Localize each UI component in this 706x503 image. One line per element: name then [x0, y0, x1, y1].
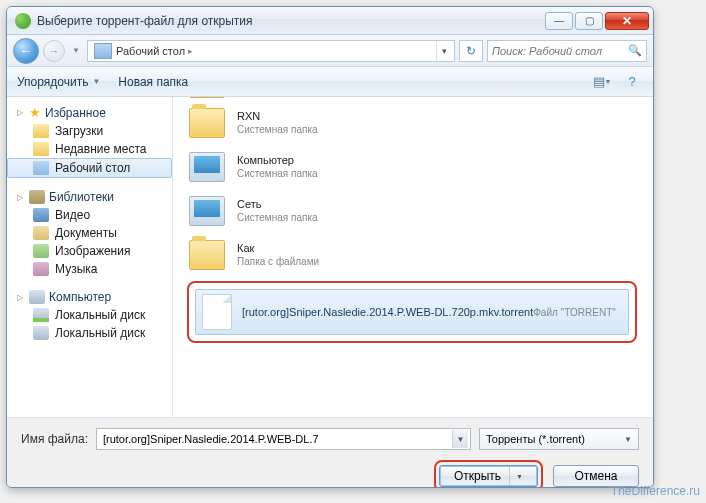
list-item-selected[interactable]: [rutor.org]Sniper.Nasledie.2014.P.WEB-DL… — [195, 289, 629, 335]
sidebar: ▷★Избранное Загрузки Недавние места Рабо… — [7, 97, 173, 417]
chevron-down-icon[interactable]: ▼ — [620, 430, 636, 448]
chevron-down-icon[interactable]: ▼ — [452, 430, 468, 448]
filename-label: Имя файла: — [21, 432, 88, 446]
computer-icon — [189, 152, 225, 182]
history-dropdown[interactable]: ▼ — [69, 41, 83, 61]
selected-highlight: [rutor.org]Sniper.Nasledie.2014.P.WEB-DL… — [187, 281, 637, 343]
sidebar-item-video[interactable]: Видео — [7, 206, 172, 224]
view-icon[interactable]: ▤▼ — [591, 73, 613, 91]
desktop-icon — [94, 43, 112, 59]
chevron-down-icon[interactable]: ▼ — [509, 466, 523, 486]
window-title: Выберите торрент-файл для открытия — [37, 14, 545, 28]
new-folder-button[interactable]: Новая папка — [118, 75, 188, 89]
folder-icon — [189, 240, 225, 270]
list-item[interactable]: КакПапка с файлами — [183, 233, 643, 277]
sidebar-item-documents[interactable]: Документы — [7, 224, 172, 242]
maximize-button[interactable]: ▢ — [575, 12, 603, 30]
chevron-right-icon: ▸ — [185, 46, 196, 56]
favorites-header[interactable]: ▷★Избранное — [7, 103, 172, 122]
file-list: Системная папка RXNСистемная папка Компь… — [173, 97, 653, 417]
filetype-filter[interactable]: Торренты (*.torrent) ▼ — [479, 428, 639, 450]
search-box[interactable]: 🔍 — [487, 40, 647, 62]
libraries-header[interactable]: ▷Библиотеки — [7, 188, 172, 206]
document-icon — [33, 226, 49, 240]
organize-menu[interactable]: Упорядочить ▼ — [17, 75, 100, 89]
folder-icon — [189, 108, 225, 138]
sidebar-item-desktop[interactable]: Рабочий стол — [7, 158, 172, 178]
close-button[interactable]: ✕ — [605, 12, 649, 30]
image-icon — [33, 244, 49, 258]
help-icon[interactable]: ? — [621, 73, 643, 91]
chevron-down-icon: ▼ — [92, 77, 100, 86]
titlebar: Выберите торрент-файл для открытия — ▢ ✕ — [7, 7, 653, 35]
computer-header[interactable]: ▷Компьютер — [7, 288, 172, 306]
breadcrumb-dropdown[interactable]: ▾ — [436, 41, 452, 61]
list-item[interactable]: СетьСистемная папка — [183, 189, 643, 233]
star-icon: ★ — [29, 105, 41, 120]
watermark: TheDifference.ru — [611, 484, 700, 499]
list-item[interactable]: RXNСистемная папка — [183, 101, 643, 145]
nav-bar: ← → ▼ Рабочий стол ▸ ▾ ↻ 🔍 — [7, 35, 653, 67]
desktop-icon — [33, 161, 49, 175]
open-button[interactable]: Открыть ▼ — [439, 465, 538, 487]
sidebar-item-localdisk2[interactable]: Локальный диск — [7, 324, 172, 342]
sidebar-item-images[interactable]: Изображения — [7, 242, 172, 260]
network-icon — [189, 196, 225, 226]
sidebar-item-localdisk1[interactable]: Локальный диск — [7, 306, 172, 324]
app-icon — [15, 13, 31, 29]
refresh-button[interactable]: ↻ — [459, 40, 483, 62]
minimize-button[interactable]: — — [545, 12, 573, 30]
filename-input[interactable]: [rutor.org]Sniper.Nasledie.2014.P.WEB-DL… — [96, 428, 471, 450]
folder-icon — [33, 142, 49, 156]
search-input[interactable] — [492, 45, 628, 57]
music-icon — [33, 262, 49, 276]
sidebar-item-downloads[interactable]: Загрузки — [7, 122, 172, 140]
bottom-panel: Имя файла: [rutor.org]Sniper.Nasledie.20… — [7, 417, 653, 488]
folder-icon — [189, 97, 225, 98]
list-item[interactable]: КомпьютерСистемная папка — [183, 145, 643, 189]
sidebar-item-music[interactable]: Музыка — [7, 260, 172, 278]
computer-icon — [29, 290, 45, 304]
file-open-dialog: Выберите торрент-файл для открытия — ▢ ✕… — [6, 6, 654, 488]
open-highlight: Открыть ▼ — [434, 460, 543, 488]
breadcrumb-bar[interactable]: Рабочий стол ▸ ▾ — [87, 40, 455, 62]
disk-icon — [33, 326, 49, 340]
search-icon: 🔍 — [628, 44, 642, 57]
disk-icon — [33, 308, 49, 322]
toolbar: Упорядочить ▼ Новая папка ▤▼ ? — [7, 67, 653, 97]
breadcrumb-text: Рабочий стол — [116, 45, 185, 57]
folder-icon — [33, 124, 49, 138]
forward-button[interactable]: → — [43, 40, 65, 62]
library-icon — [29, 190, 45, 204]
sidebar-item-recent[interactable]: Недавние места — [7, 140, 172, 158]
video-icon — [33, 208, 49, 222]
file-icon — [202, 294, 232, 330]
back-button[interactable]: ← — [13, 38, 39, 64]
